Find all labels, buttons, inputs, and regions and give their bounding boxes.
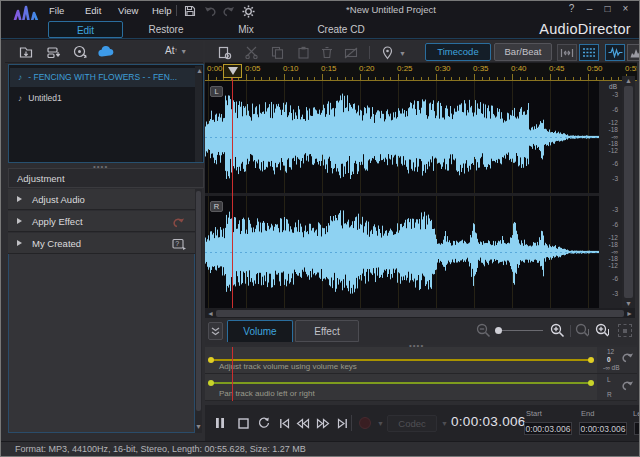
- adjustment-header: Adjustment: [8, 168, 204, 188]
- help-button[interactable]: ?: [564, 3, 579, 14]
- barbeat-button[interactable]: Bar/Beat: [494, 43, 552, 61]
- edit-settings-button[interactable]: [213, 44, 237, 61]
- timecode-button[interactable]: Timecode: [425, 43, 491, 61]
- start-time-field[interactable]: 0:00:03.006: [524, 422, 572, 435]
- record-dropdown-icon[interactable]: ▼: [377, 420, 384, 427]
- import-clip-button[interactable]: [43, 43, 65, 61]
- scrollbar-thumb[interactable]: [216, 310, 624, 317]
- cloud-button[interactable]: [95, 43, 117, 61]
- collapse-panel-button[interactable]: [208, 322, 223, 340]
- keyframe-panel-toggle[interactable]: [579, 44, 599, 61]
- ruler-tick: [406, 77, 407, 80]
- menu-help[interactable]: Help: [148, 4, 176, 17]
- go-end-button[interactable]: [332, 414, 352, 432]
- db-scale-label: -18: [609, 255, 618, 262]
- left-channel-badge[interactable]: L: [210, 86, 223, 97]
- section-adjust-audio[interactable]: Adjust Audio: [8, 189, 195, 210]
- record-button[interactable]: [355, 414, 375, 432]
- scrollbar-thumb[interactable]: [196, 191, 201, 411]
- vertical-scrollbar[interactable]: ▲ ▼: [622, 76, 635, 308]
- zoom-slider-track[interactable]: [495, 330, 543, 331]
- list-item[interactable]: ♪Untitled1: [10, 89, 195, 108]
- import-file-icon: [19, 46, 33, 59]
- loop-button[interactable]: [254, 414, 274, 432]
- marker-dropdown-icon[interactable]: ▼: [399, 50, 406, 57]
- tab-effect[interactable]: Effect: [295, 320, 359, 342]
- pan-automation-track[interactable]: Pan track audio left or right: [205, 374, 597, 401]
- marker-button[interactable]: [375, 44, 399, 61]
- codec-dropdown-icon[interactable]: ▼: [441, 420, 448, 427]
- right-channel-badge[interactable]: R: [210, 201, 223, 212]
- zoom-slider-thumb[interactable]: [495, 327, 502, 334]
- trim-icon: [344, 47, 358, 59]
- section-my-created[interactable]: My Created ?: [8, 233, 195, 254]
- menu-edit[interactable]: Edit: [81, 4, 105, 17]
- volume-automation-track[interactable]: Adjust track volume using volume keys: [205, 347, 597, 374]
- zoom-in-button[interactable]: [550, 323, 565, 342]
- shuttle-toggle[interactable]: [557, 44, 577, 61]
- maximize-button[interactable]: □: [600, 3, 615, 14]
- waveform-view-toggle[interactable]: [605, 44, 625, 61]
- trim-button[interactable]: [339, 44, 363, 61]
- ruler-tick: [482, 77, 483, 80]
- reset-effect-icon[interactable]: [172, 217, 185, 228]
- waveform-left-channel[interactable]: [205, 81, 599, 193]
- download-clips-button[interactable]: [69, 43, 91, 61]
- save-button[interactable]: [179, 2, 201, 20]
- stop-button[interactable]: [233, 414, 253, 432]
- waveform-display[interactable]: L R: [205, 81, 599, 308]
- paste-button[interactable]: [291, 44, 315, 61]
- spectral-view-toggle[interactable]: [627, 44, 640, 61]
- db-scale-label: -12: [609, 147, 618, 154]
- copy-button[interactable]: [265, 44, 289, 61]
- playhead-handle[interactable]: [223, 64, 242, 78]
- ruler-label: 0:00: [207, 64, 223, 73]
- reset-pan-icon[interactable]: [621, 380, 634, 391]
- scrollbar-thumb[interactable]: [624, 86, 633, 298]
- list-item[interactable]: ♪- FENCING WITH FLOWERS - - FEN...: [10, 68, 195, 87]
- paste-icon: [297, 46, 310, 59]
- preset-import-icon[interactable]: ?: [172, 238, 186, 250]
- import-file-button[interactable]: [15, 43, 37, 61]
- tab-create-cd[interactable]: Create CD: [297, 21, 385, 38]
- tab-edit[interactable]: Edit: [48, 21, 123, 38]
- codec-button[interactable]: Codec: [387, 415, 437, 432]
- waveform-right-channel[interactable]: [205, 196, 599, 308]
- menu-file[interactable]: File: [45, 4, 68, 17]
- rewind-button[interactable]: [293, 414, 313, 432]
- volume-keyframe-dot[interactable]: [588, 357, 594, 363]
- menu-view[interactable]: View: [114, 4, 142, 17]
- fit-view-button[interactable]: [618, 324, 632, 337]
- tab-volume[interactable]: Volume: [227, 320, 293, 342]
- close-button[interactable]: ×: [618, 3, 633, 14]
- vertical-zoom-out-button[interactable]: [575, 323, 590, 342]
- end-time-field[interactable]: 0:00:03.006: [579, 422, 627, 435]
- sort-dropdown[interactable]: At↑ ▼: [165, 45, 187, 56]
- pan-keyframe-dot[interactable]: [588, 380, 594, 386]
- tab-mix[interactable]: Mix: [213, 21, 279, 38]
- cut-button[interactable]: [239, 44, 263, 61]
- tab-restore[interactable]: Restore: [131, 21, 201, 38]
- volume-keyframe-line[interactable]: [211, 359, 591, 361]
- delete-button[interactable]: [315, 44, 339, 61]
- zoom-out-button[interactable]: [476, 323, 491, 342]
- fast-forward-button[interactable]: [313, 414, 333, 432]
- vertical-zoom-in-button[interactable]: [595, 323, 610, 342]
- pan-keyframe-dot[interactable]: [208, 380, 214, 386]
- reset-volume-icon[interactable]: [621, 352, 634, 363]
- volume-keyframe-dot[interactable]: [208, 357, 214, 363]
- playhead-line[interactable]: [232, 78, 233, 308]
- go-start-button[interactable]: [274, 414, 294, 432]
- settings-button[interactable]: [237, 2, 259, 20]
- horizontal-scrollbar[interactable]: ◄ ►: [205, 308, 635, 318]
- redo-button[interactable]: [217, 2, 239, 20]
- minimize-button[interactable]: –: [582, 3, 597, 14]
- length-field[interactable]: 0: [634, 422, 640, 435]
- adjustment-scrollbar[interactable]: ▼: [195, 189, 202, 433]
- section-apply-effect[interactable]: Apply Effect: [8, 211, 195, 232]
- ruler-tick: [208, 74, 209, 80]
- pan-keyframe-line[interactable]: [211, 382, 591, 384]
- list-scrollbar[interactable]: ▲: [195, 66, 202, 162]
- pause-button[interactable]: [210, 414, 230, 432]
- timeline-ruler[interactable]: 0:000:050:100:150:200:250:300:350:400:45…: [205, 63, 637, 81]
